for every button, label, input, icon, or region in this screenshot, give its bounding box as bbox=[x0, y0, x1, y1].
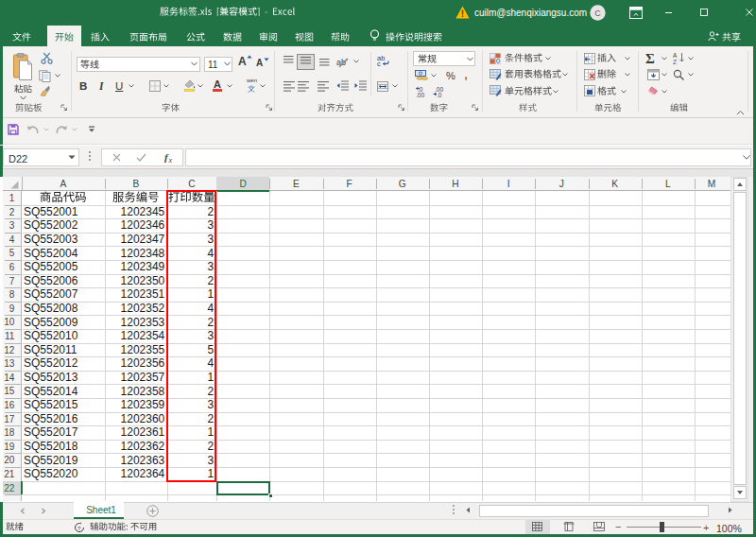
svg-text:C: C bbox=[594, 9, 601, 18]
svg-text:.00: .00 bbox=[416, 92, 424, 97]
svg-text:c: c bbox=[377, 60, 381, 66]
svg-text:?: ? bbox=[77, 526, 81, 531]
svg-text:Z: Z bbox=[673, 59, 677, 64]
svg-text:.0: .0 bbox=[437, 92, 442, 97]
svg-text:A: A bbox=[673, 52, 678, 59]
